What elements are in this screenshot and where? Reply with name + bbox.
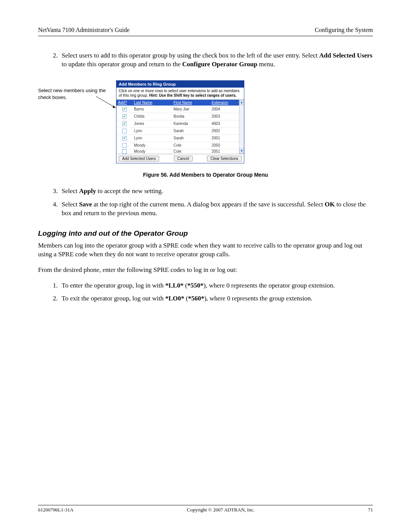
text: ( [184,295,188,302]
instruction-list-b: Select Apply to accept the new setting. … [38,187,373,218]
col-add[interactable]: Add? [116,100,132,105]
cell-last-name: Moody [132,143,172,147]
instruction-list-c: To enter the operator group, log in with… [38,281,373,304]
cell-extension: 2001 [210,136,239,140]
table-row[interactable]: BarnsMary Joe2004 [116,105,239,113]
cell-first-name: Mary Joe [172,107,210,111]
footer-left: 61200796L1-31A [38,507,73,513]
text-bold: Apply [79,187,96,195]
step-2: Select users to add to this operator gro… [59,51,373,69]
add-checkbox[interactable] [122,149,127,154]
step-4: Select Save at the top right of the curr… [59,200,373,218]
scroll-down-icon[interactable]: ▼ [239,149,244,154]
text-bold: *550* [187,282,204,289]
add-checkbox[interactable] [122,129,127,133]
footer-center: Copyright © 2007 ADTRAN, Inc. [187,507,255,513]
text: ), where 0 represents the group extensio… [204,295,312,302]
text-bold: *560* [188,295,204,302]
text-bold: Hint: Use the Shift key to select ranges… [149,93,237,97]
cell-last-name: Lynn [132,129,172,133]
table-row[interactable]: JonesKarenda4003 [116,120,239,127]
dialog-footer: Add Selected Users Cancel Clear Selectio… [116,154,244,163]
text: to update this operator group and return… [62,61,182,68]
page-header: NetVanta 7100 Administrator's Guide Conf… [38,27,373,36]
spre-step-1: To enter the operator group, log in with… [59,281,373,290]
col-last-name[interactable]: Last Name [132,100,172,105]
cell-add [116,129,132,133]
cell-add [116,149,132,154]
cell-first-name: Cole [172,143,210,147]
clear-selections-button[interactable]: Clear Selections [207,156,242,161]
cell-extension: 2050 [210,143,239,147]
text-bold: *LL0* [165,282,183,289]
add-checkbox[interactable] [122,114,127,119]
cell-last-name: Jones [132,121,172,126]
cell-last-name: Moody [132,149,172,153]
table-row[interactable]: ChildsBonita2003 [116,113,239,120]
add-members-dialog: Add Members to Ring Group Click on one o… [116,80,244,163]
footer-right: 71 [368,507,373,513]
text: To enter the operator group, log in with [62,282,165,289]
instruction-list-a: Select users to add to this operator gro… [38,51,373,69]
cell-add [116,107,132,112]
text: Select [62,187,79,195]
text-bold: Add Selected Users [319,52,373,59]
table-row[interactable]: MoodyCole2050 [116,142,239,149]
header-left: NetVanta 7100 Administrator's Guide [38,27,130,34]
header-right: Configuring the System [315,27,373,34]
cell-add [116,114,132,119]
table-header-row: Add? Last Name First Name Extension [116,100,239,105]
text-bold: *LO0* [165,295,184,302]
dialog-scrollbar[interactable]: ▲ ▼ [239,100,244,154]
text: Select [62,201,79,208]
figure-56-wrap: Select new members using the check boxes… [38,80,373,168]
col-extension[interactable]: Extension [210,100,239,105]
cell-extension: 2003 [210,114,239,118]
text: ), where 0 represents the operator group… [204,282,335,289]
cancel-button[interactable]: Cancel [174,156,193,161]
text-bold: Configure Operator Group [182,61,257,68]
cell-extension: 4003 [210,121,239,126]
figure-caption: Figure 56. Add Members to Operator Group… [38,172,373,178]
text: to accept the new setting. [96,187,163,195]
cell-add [116,143,132,148]
cell-last-name: Lynn [132,136,172,140]
svg-marker-1 [113,105,116,108]
paragraph: From the desired phone, enter the follow… [38,266,373,275]
text: menu. [257,61,275,68]
cell-last-name: Childs [132,114,172,118]
add-checkbox[interactable] [122,121,127,126]
text: To exit the operator group, log out with [62,295,165,302]
cell-first-name: Sarah [172,136,210,140]
add-checkbox[interactable] [122,143,127,148]
cell-first-name: Sarah [172,129,210,133]
step-3: Select Apply to accept the new setting. [59,187,373,196]
dialog-table: Add? Last Name First Name Extension Barn… [116,100,239,154]
cell-extension: 2004 [210,107,239,111]
cell-last-name: Barns [132,107,172,111]
cell-add [116,121,132,126]
cell-first-name: Bonita [172,114,210,118]
table-row[interactable]: MoodyCole2051 [116,149,239,154]
add-selected-users-button[interactable]: Add Selected Users [119,156,159,161]
cell-first-name: Cole [172,149,210,153]
dialog-hint: Click on one or more rows to select user… [116,88,244,100]
cell-first-name: Karenda [172,121,210,126]
text: ( [183,282,187,289]
text: Select users to add to this operator gro… [62,52,319,59]
section-heading: Logging into and out of the Operator Gro… [38,229,373,238]
table-row[interactable]: LynnSarah2002 [116,127,239,134]
text: at the top right of the current menu. A … [92,201,325,208]
spre-step-2: To exit the operator group, log out with… [59,294,373,303]
cell-extension: 2002 [210,129,239,133]
page-footer: 61200796L1-31A Copyright © 2007 ADTRAN, … [38,505,373,513]
dialog-title: Add Members to Ring Group [116,81,244,88]
add-checkbox[interactable] [122,136,127,141]
scroll-up-icon[interactable]: ▲ [239,100,244,105]
svg-line-0 [96,96,116,108]
table-row[interactable]: LynnSarah2001 [116,134,239,142]
scroll-track[interactable] [239,105,244,149]
cell-extension: 2051 [210,149,239,153]
col-first-name[interactable]: First Name [172,100,210,105]
add-checkbox[interactable] [122,107,127,112]
